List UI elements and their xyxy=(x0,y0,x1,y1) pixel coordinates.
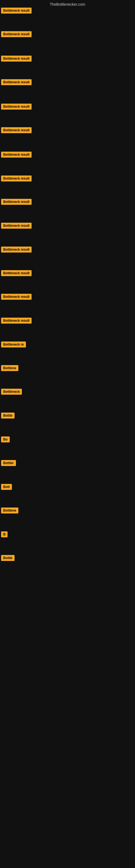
bottleneck-badge-text-19: Bo xyxy=(1,436,10,442)
bottleneck-badge-19[interactable]: Bo xyxy=(1,436,10,443)
bottleneck-badge-text-9: Bottleneck result xyxy=(1,199,32,205)
site-title-container: TheBottlenecker.com xyxy=(0,0,135,8)
bottleneck-badge-10[interactable]: Bottleneck result xyxy=(1,223,32,230)
bottleneck-badge-text-24: Bottle xyxy=(1,555,14,561)
bottleneck-badge-text-12: Bottleneck result xyxy=(1,270,32,276)
bottleneck-badge-16[interactable]: Bottlene xyxy=(1,365,18,372)
badges-container: Bottleneck resultBottleneck resultBottle… xyxy=(0,8,135,868)
bottleneck-badge-5[interactable]: Bottleneck result xyxy=(1,104,32,111)
bottleneck-badge-14[interactable]: Bottleneck result xyxy=(1,318,32,325)
bottleneck-badge-text-6: Bottleneck result xyxy=(1,127,32,133)
bottleneck-badge-text-21: Bott xyxy=(1,484,12,490)
bottleneck-badge-text-2: Bottleneck result xyxy=(1,31,32,37)
bottleneck-badge-text-22: Bottlene xyxy=(1,507,18,514)
bottleneck-badge-4[interactable]: Bottleneck result xyxy=(1,79,32,86)
bottleneck-badge-13[interactable]: Bottleneck result xyxy=(1,294,32,301)
bottleneck-badge-2[interactable]: Bottleneck result xyxy=(1,31,32,38)
bottleneck-badge-20[interactable]: Bottler xyxy=(1,460,16,467)
bottleneck-badge-9[interactable]: Bottleneck result xyxy=(1,199,32,206)
bottleneck-badge-text-20: Bottler xyxy=(1,460,16,466)
bottleneck-badge-11[interactable]: Bottleneck result xyxy=(1,247,32,254)
bottleneck-badge-text-11: Bottleneck result xyxy=(1,247,32,252)
bottleneck-badge-17[interactable]: Bottleneck xyxy=(1,389,22,396)
bottleneck-badge-1[interactable]: Bottleneck result xyxy=(1,8,32,14)
bottleneck-badge-text-17: Bottleneck xyxy=(1,389,22,395)
bottleneck-badge-text-13: Bottleneck result xyxy=(1,294,32,300)
bottleneck-badge-text-23: B xyxy=(1,531,8,537)
bottleneck-badge-text-8: Bottleneck result xyxy=(1,176,32,182)
bottleneck-badge-15[interactable]: Bottleneck re xyxy=(1,341,26,348)
bottleneck-badge-12[interactable]: Bottleneck result xyxy=(1,270,32,277)
bottleneck-badge-6[interactable]: Bottleneck result xyxy=(1,127,32,134)
bottleneck-badge-22[interactable]: Bottlene xyxy=(1,507,18,515)
bottleneck-badge-24[interactable]: Bottle xyxy=(1,555,14,562)
bottleneck-badge-text-15: Bottleneck re xyxy=(1,341,26,347)
bottleneck-badge-text-18: Bottle xyxy=(1,412,14,418)
bottleneck-badge-text-10: Bottleneck result xyxy=(1,223,32,229)
bottleneck-badge-21[interactable]: Bott xyxy=(1,484,12,491)
bottleneck-badge-text-5: Bottleneck result xyxy=(1,104,32,110)
bottleneck-badge-text-7: Bottleneck result xyxy=(1,152,32,158)
bottleneck-badge-text-14: Bottleneck result xyxy=(1,318,32,323)
bottleneck-badge-text-4: Bottleneck result xyxy=(1,79,32,85)
bottleneck-badge-text-1: Bottleneck result xyxy=(1,8,32,13)
bottleneck-badge-3[interactable]: Bottleneck result xyxy=(1,56,32,63)
bottleneck-badge-23[interactable]: B xyxy=(1,531,8,538)
bottleneck-badge-18[interactable]: Bottle xyxy=(1,412,14,420)
site-title: TheBottlenecker.com xyxy=(0,0,135,8)
bottleneck-badge-7[interactable]: Bottleneck result xyxy=(1,152,32,159)
bottleneck-badge-8[interactable]: Bottleneck result xyxy=(1,176,32,183)
bottleneck-badge-text-16: Bottlene xyxy=(1,365,18,371)
bottleneck-badge-text-3: Bottleneck result xyxy=(1,56,32,62)
